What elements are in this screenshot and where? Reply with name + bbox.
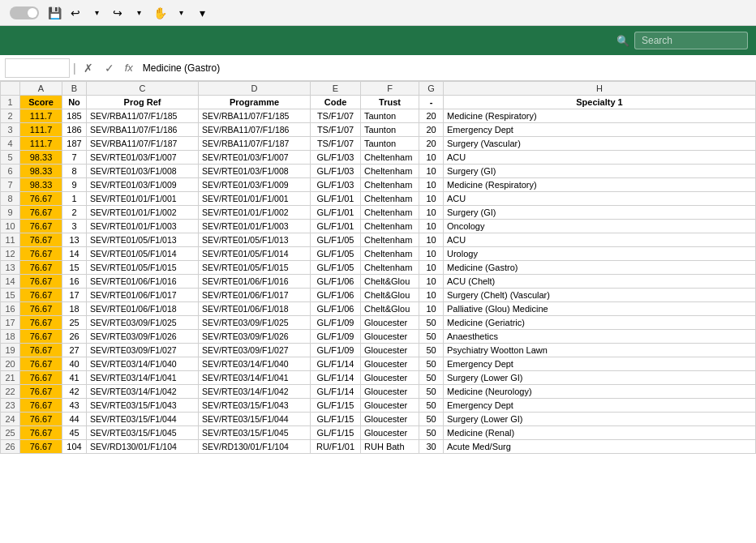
progref-cell[interactable]: SEV/RTE01/05/F1/013 <box>87 233 199 247</box>
programme-cell[interactable]: SEV/RD130/01/F1/104 <box>199 440 311 454</box>
cell-reference[interactable] <box>5 58 70 78</box>
programme-cell[interactable]: SEV/RTE03/15/F1/044 <box>199 413 311 426</box>
col-G[interactable]: G <box>419 82 444 96</box>
programme-cell[interactable]: SEV/RTE03/14/F1/042 <box>199 385 311 399</box>
progref-cell[interactable]: SEV/RTE03/14/F1/040 <box>87 357 199 371</box>
score-cell[interactable]: 76.67 <box>20 426 62 440</box>
menu-review[interactable] <box>159 26 182 55</box>
progref-cell[interactable]: SEV/RTE01/01/F1/002 <box>87 206 199 220</box>
score-cell[interactable]: 76.67 <box>20 330 62 344</box>
dash-cell[interactable]: 50 <box>419 385 444 399</box>
specialty-cell[interactable]: Anaesthetics <box>444 330 756 344</box>
trust-cell[interactable]: Gloucester <box>361 426 419 440</box>
menu-insert[interactable] <box>45 26 68 55</box>
specialty-cell[interactable]: Surgery (GI) <box>444 165 756 178</box>
no-cell[interactable]: 14 <box>62 247 87 261</box>
specialty-cell[interactable]: Oncology <box>444 220 756 233</box>
score-cell[interactable]: 76.67 <box>20 344 62 357</box>
dash-cell[interactable]: 10 <box>419 247 444 261</box>
progref-cell[interactable]: SEV/RTE03/09/F1/027 <box>87 344 199 357</box>
progref-cell[interactable]: SEV/RTE03/14/F1/041 <box>87 371 199 385</box>
trust-cell[interactable]: Chelt&Glou <box>361 302 419 316</box>
menu-help[interactable] <box>204 26 227 55</box>
no-cell[interactable]: 104 <box>62 440 87 454</box>
dash-cell[interactable]: 10 <box>419 261 444 275</box>
score-cell[interactable]: 76.67 <box>20 192 62 206</box>
specialty-cell[interactable]: Surgery (Lower GI) <box>444 413 756 426</box>
specialty-cell[interactable]: Acute Med/Surg <box>444 440 756 454</box>
code-cell[interactable]: GL/F1/15 <box>311 426 361 440</box>
touch-icon[interactable]: ✋ <box>151 4 169 22</box>
dash-cell[interactable]: 50 <box>419 330 444 344</box>
trust-cell[interactable]: Cheltenham <box>361 220 419 233</box>
programme-cell[interactable]: SEV/RTE03/09/F1/025 <box>199 316 311 330</box>
code-cell[interactable]: TS/F1/07 <box>311 123 361 137</box>
col-F[interactable]: F <box>361 82 419 96</box>
trust-cell[interactable]: Chelt&Glou <box>361 275 419 289</box>
menu-file[interactable] <box>0 26 23 55</box>
trust-cell[interactable]: Taunton <box>361 109 419 123</box>
trust-cell[interactable]: Gloucester <box>361 371 419 385</box>
menu-pagelayout[interactable] <box>91 26 114 55</box>
score-cell[interactable]: 76.67 <box>20 233 62 247</box>
trust-cell[interactable]: Gloucester <box>361 344 419 357</box>
specialty-cell[interactable]: Psychiatry Wootton Lawn <box>444 344 756 357</box>
trust-cell[interactable]: Taunton <box>361 137 419 151</box>
col-H[interactable]: H <box>444 82 756 96</box>
code-cell[interactable]: TS/F1/07 <box>311 109 361 123</box>
code-cell[interactable]: GL/F1/14 <box>311 385 361 399</box>
score-cell[interactable]: 76.67 <box>20 261 62 275</box>
code-cell[interactable]: GL/F1/09 <box>311 344 361 357</box>
specialty-cell[interactable]: Medicine (Renal) <box>444 426 756 440</box>
redo-icon[interactable]: ↪ <box>109 4 127 22</box>
no-cell[interactable]: 187 <box>62 137 87 151</box>
programme-cell[interactable]: SEV/RTE03/09/F1/026 <box>199 330 311 344</box>
no-cell[interactable]: 9 <box>62 178 87 192</box>
dash-cell[interactable]: 50 <box>419 399 444 413</box>
programme-cell[interactable]: SEV/RTE03/15/F1/045 <box>199 426 311 440</box>
dash-cell[interactable]: 10 <box>419 302 444 316</box>
dash-cell[interactable]: 30 <box>419 440 444 454</box>
trust-cell[interactable]: Cheltenham <box>361 151 419 165</box>
no-cell[interactable]: 44 <box>62 413 87 426</box>
programme-cell[interactable]: SEV/RTE03/09/F1/027 <box>199 344 311 357</box>
menu-view[interactable] <box>182 26 204 55</box>
specialty-cell[interactable]: Surgery (GI) <box>444 206 756 220</box>
score-cell[interactable]: 98.33 <box>20 151 62 165</box>
score-cell[interactable]: 76.67 <box>20 357 62 371</box>
specialty-cell[interactable]: Medicine (Gastro) <box>444 261 756 275</box>
no-cell[interactable]: 2 <box>62 206 87 220</box>
dash-cell[interactable]: 10 <box>419 275 444 289</box>
confirm-formula-icon[interactable]: ✓ <box>101 62 118 75</box>
programme-cell[interactable]: SEV/RTE01/06/F1/017 <box>199 289 311 302</box>
dash-cell[interactable]: 20 <box>419 123 444 137</box>
progref-cell[interactable]: SEV/RD130/01/F1/104 <box>87 440 199 454</box>
code-cell[interactable]: GL/F1/15 <box>311 413 361 426</box>
no-cell[interactable]: 17 <box>62 289 87 302</box>
dash-cell[interactable]: 10 <box>419 233 444 247</box>
col-B[interactable]: B <box>62 82 87 96</box>
code-cell[interactable]: GL/F1/14 <box>311 357 361 371</box>
score-cell[interactable]: 76.67 <box>20 275 62 289</box>
trust-cell[interactable]: Gloucester <box>361 330 419 344</box>
progref-cell[interactable]: SEV/RTE01/03/F1/007 <box>87 151 199 165</box>
specialty-cell[interactable]: ACU <box>444 192 756 206</box>
code-cell[interactable]: GL/F1/06 <box>311 289 361 302</box>
specialty-cell[interactable]: Palliative (Glou) Medicine <box>444 302 756 316</box>
code-cell[interactable]: GL/F1/06 <box>311 302 361 316</box>
touch-dropdown-icon[interactable]: ▾ <box>172 4 190 22</box>
progref-cell[interactable]: SEV/RTE03/15/F1/044 <box>87 413 199 426</box>
programme-cell[interactable]: SEV/RBA11/07/F1/187 <box>199 137 311 151</box>
programme-cell[interactable]: SEV/RTE01/03/F1/007 <box>199 151 311 165</box>
code-cell[interactable]: GL/F1/01 <box>311 206 361 220</box>
no-cell[interactable]: 25 <box>62 316 87 330</box>
score-cell[interactable]: 76.67 <box>20 247 62 261</box>
code-cell[interactable]: GL/F1/03 <box>311 151 361 165</box>
search-input[interactable] <box>634 32 748 49</box>
no-cell[interactable]: 16 <box>62 275 87 289</box>
col-E[interactable]: E <box>311 82 361 96</box>
trust-cell[interactable]: RUH Bath <box>361 440 419 454</box>
no-cell[interactable]: 3 <box>62 220 87 233</box>
cancel-formula-icon[interactable]: ✗ <box>79 62 97 75</box>
specialty-cell[interactable]: Medicine (Geriatric) <box>444 316 756 330</box>
